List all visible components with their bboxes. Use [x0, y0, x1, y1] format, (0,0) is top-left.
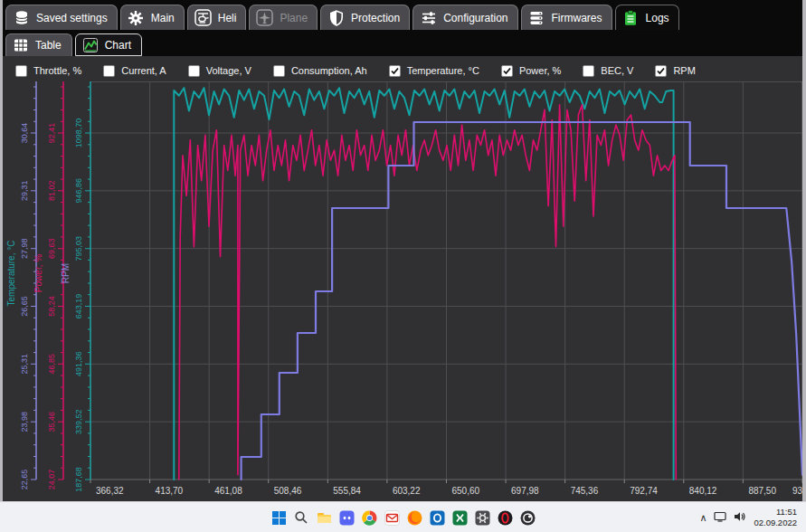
- tab-firmwares[interactable]: Firmwares: [521, 5, 612, 30]
- y-tick-label: 187,68: [74, 467, 83, 492]
- tray-time: 11:51: [754, 507, 797, 518]
- unchecked-checkbox-icon: [188, 65, 200, 77]
- unchecked-checkbox-icon: [103, 65, 115, 77]
- y-axis-title: RPM: [61, 263, 71, 283]
- system-tray: ∧ 11:51 02.09.2022: [699, 502, 797, 532]
- tray-date: 02.09.2022: [754, 518, 797, 528]
- y-tick-label: 92,41: [47, 123, 56, 144]
- taskbar-icon-settings[interactable]: [474, 509, 491, 527]
- x-tick-label: 887,50: [748, 486, 776, 496]
- subtab-chart[interactable]: Chart: [75, 33, 142, 56]
- taskbar-icon-discord[interactable]: [338, 509, 356, 527]
- x-tick-label: 934,88: [792, 486, 802, 496]
- tab-label: Main: [151, 12, 175, 24]
- checkbox-label: BEC, V: [601, 65, 633, 76]
- chart-icon: [82, 37, 99, 53]
- tab-configuration[interactable]: Configuration: [412, 5, 517, 30]
- tab-label: Heli: [218, 12, 237, 24]
- tab-main[interactable]: Main: [120, 5, 185, 30]
- helicopter-icon: [194, 9, 212, 26]
- taskbar-icon-chrome[interactable]: [361, 509, 378, 527]
- checkbox-label: Temperature, °C: [407, 65, 479, 76]
- x-axis: 366,32413,70461,08508,46555,84603,22650,…: [90, 480, 802, 496]
- y-tick-label: 24,07: [47, 470, 56, 490]
- checkbox-bec-v[interactable]: BEC, V: [583, 65, 633, 77]
- display-tray-icon[interactable]: [714, 509, 726, 526]
- checkbox-throttle[interactable]: Throttle, %: [15, 65, 81, 77]
- taskbar-icon-mail[interactable]: [384, 509, 401, 527]
- tab-logs[interactable]: Logs: [615, 5, 679, 30]
- x-tick-label: 366,32: [96, 486, 124, 496]
- sliders-icon: [420, 9, 437, 26]
- taskbar-icon-start[interactable]: [270, 509, 288, 527]
- chart-canvas[interactable]: 30,6429,3127,9826,6525,3123,9822,65Tempe…: [3, 81, 802, 501]
- series-toggle-row: Throttle, %Current, AVoltage, VConsumpti…: [3, 60, 802, 81]
- tab-label: Protection: [351, 12, 400, 24]
- taskbar-icon-obs[interactable]: [519, 509, 536, 527]
- logs-subtab-bar: TableChart: [3, 30, 802, 56]
- tab-heli[interactable]: Heli: [187, 5, 247, 30]
- database-icon: [13, 9, 30, 26]
- checked-checkbox-icon: [501, 65, 513, 77]
- unchecked-checkbox-icon: [583, 65, 594, 77]
- esc-configurator-window: Saved settingsMainHeliPlaneProtectionCon…: [0, 0, 806, 532]
- y-tick-label: 1098,70: [74, 119, 83, 148]
- tab-protection[interactable]: Protection: [320, 5, 410, 30]
- taskbar-icon-firefox[interactable]: [406, 509, 423, 527]
- x-tick-label: 508,46: [274, 486, 302, 496]
- taskbar-icon-file-explorer[interactable]: [316, 509, 333, 527]
- tray-clock[interactable]: 11:51 02.09.2022: [754, 507, 797, 528]
- tab-label: Saved settings: [36, 12, 108, 24]
- unchecked-checkbox-icon: [15, 65, 27, 77]
- checked-checkbox-icon: [389, 65, 401, 77]
- unchecked-checkbox-icon: [273, 65, 285, 77]
- table-icon: [13, 37, 29, 53]
- checkbox-current-a[interactable]: Current, A: [103, 65, 166, 77]
- y-tick-label: 81,02: [47, 181, 56, 202]
- logs-chart-panel: Throttle, %Current, AVoltage, VConsumpti…: [3, 56, 802, 501]
- x-tick-label: 555,84: [333, 486, 361, 496]
- checkbox-label: Throttle, %: [33, 65, 81, 76]
- y-axis-power: 92,4181,0269,6358,2446,8535,4624,07Power…: [33, 81, 63, 489]
- series-line-rpm: [242, 122, 802, 480]
- checkbox-temperature-c[interactable]: Temperature, °C: [389, 65, 479, 77]
- tab-label: Plane: [280, 12, 308, 24]
- tab-label: Firmwares: [552, 12, 602, 24]
- clipboard-icon: [622, 9, 640, 26]
- y-tick-label: 795,03: [74, 236, 83, 261]
- taskbar-icon-opera[interactable]: [497, 509, 514, 527]
- checkbox-label: Power, %: [519, 65, 561, 76]
- y-tick-label: 26,65: [20, 296, 29, 317]
- y-tick-label: 27,98: [20, 238, 29, 259]
- tab-saved-settings[interactable]: Saved settings: [5, 5, 118, 30]
- checkbox-rpm[interactable]: RPM: [655, 65, 695, 77]
- series-line-temperature-c: [174, 88, 673, 480]
- y-tick-label: 69,63: [47, 238, 56, 259]
- y-tick-label: 46,85: [47, 354, 56, 375]
- subtab-label: Chart: [105, 39, 131, 52]
- tray-chevron-up-icon[interactable]: ∧: [699, 512, 706, 524]
- checkbox-power[interactable]: Power, %: [501, 65, 561, 77]
- x-tick-label: 650,60: [451, 486, 479, 496]
- x-tick-label: 603,22: [393, 486, 421, 496]
- tab-plane[interactable]: Plane: [249, 5, 318, 30]
- y-tick-label: 22,65: [20, 470, 29, 490]
- x-tick-label: 792,74: [630, 486, 658, 496]
- y-tick-label: 946,86: [74, 178, 83, 204]
- checkbox-consumption-ah[interactable]: Consumption, Ah: [273, 65, 367, 77]
- y-tick-label: 339,52: [74, 409, 83, 434]
- chart-grid: [90, 81, 802, 480]
- checked-checkbox-icon: [655, 65, 667, 77]
- y-axis-title: Power, %: [33, 254, 43, 292]
- speaker-tray-icon[interactable]: [734, 509, 746, 526]
- y-axis-title: Temperature, °C: [6, 241, 16, 307]
- subtab-table[interactable]: Table: [5, 33, 72, 56]
- checkbox-voltage-v[interactable]: Voltage, V: [188, 65, 251, 77]
- y-tick-label: 35,46: [47, 412, 56, 432]
- taskbar-icon-excel[interactable]: [451, 509, 469, 527]
- x-tick-label: 461,08: [214, 486, 242, 496]
- y-tick-label: 58,24: [47, 296, 56, 317]
- taskbar-icon-search[interactable]: [293, 509, 310, 527]
- y-tick-label: 30,64: [20, 123, 29, 144]
- taskbar-icon-outlook[interactable]: [429, 509, 446, 527]
